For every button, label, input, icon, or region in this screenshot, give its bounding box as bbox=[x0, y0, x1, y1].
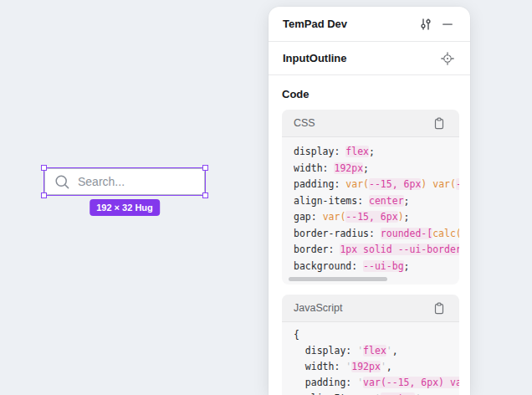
minimize-icon bbox=[442, 18, 453, 30]
copy-js-button[interactable] bbox=[428, 297, 450, 319]
code-line: border-radius: rounded-[calc(v bbox=[294, 226, 459, 243]
code-line: display: flex; bbox=[294, 144, 459, 161]
css-card-label: CSS bbox=[294, 117, 428, 129]
code-section: Code CSS display: flex;width: 192px;padd… bbox=[269, 75, 470, 395]
js-card-label: JavaScript bbox=[294, 302, 428, 314]
component-name: InputOutline bbox=[283, 52, 437, 64]
code-line: gap: var(--15, 6px); bbox=[294, 209, 459, 226]
figma-canvas: { "canvas": { "search_placeholder": "Sea… bbox=[0, 0, 532, 395]
search-placeholder-text: Search... bbox=[78, 175, 125, 188]
selection-handle-bottom-left[interactable] bbox=[41, 192, 47, 198]
minimize-button[interactable] bbox=[437, 13, 458, 35]
code-line: align-items: center; bbox=[294, 193, 459, 210]
selection-size-badge: 192 × 32 Hug bbox=[90, 199, 160, 216]
selection-handle-bottom-right[interactable] bbox=[202, 192, 208, 198]
copy-css-button[interactable] bbox=[428, 112, 450, 134]
code-line: width: '192px', bbox=[294, 359, 459, 375]
code-line: background: --ui-bg; bbox=[294, 259, 459, 275]
code-line: width: 192px; bbox=[294, 161, 459, 177]
js-card-header: JavaScript bbox=[282, 295, 459, 322]
tempad-dev-plugin-panel: TemPad Dev InputOutline bbox=[269, 7, 470, 395]
settings-sliders-button[interactable] bbox=[415, 13, 437, 35]
plugin-title: TemPad Dev bbox=[283, 18, 415, 30]
search-input[interactable]: Search... bbox=[44, 168, 205, 195]
plugin-header: TemPad Dev bbox=[269, 7, 470, 42]
horizontal-scrollbar-thumb[interactable] bbox=[289, 277, 387, 281]
code-line: alignItems: 'center', bbox=[294, 391, 459, 395]
css-code-body[interactable]: display: flex;width: 192px;padding: var(… bbox=[282, 137, 459, 285]
sliders-icon bbox=[419, 18, 432, 31]
selection-handle-top-left[interactable] bbox=[41, 165, 47, 171]
copy-clipboard-icon bbox=[433, 117, 445, 130]
code-line: { bbox=[294, 327, 459, 343]
locate-component-button[interactable] bbox=[437, 48, 458, 69]
js-code-body[interactable]: { display: 'flex', width: '192px', paddi… bbox=[282, 322, 459, 395]
selection-handle-top-right[interactable] bbox=[202, 165, 208, 171]
code-line: padding: var(--15, 6px) var(-- bbox=[294, 177, 459, 193]
js-code-card: JavaScript { display: 'flex', width: '19… bbox=[282, 295, 459, 395]
search-input-component[interactable]: Search... bbox=[44, 168, 205, 195]
css-code-card: CSS display: flex;width: 192px;padding: … bbox=[282, 110, 459, 285]
code-section-label: Code bbox=[282, 87, 459, 101]
code-line: padding: 'var(--15, 6px) var bbox=[294, 375, 459, 391]
css-card-header: CSS bbox=[282, 110, 459, 137]
locate-target-icon bbox=[441, 52, 454, 65]
selected-component-row: InputOutline bbox=[269, 42, 470, 75]
code-line: display: 'flex', bbox=[294, 343, 459, 359]
search-icon bbox=[54, 174, 70, 190]
code-line: border: 1px solid --ui-border- bbox=[294, 242, 459, 259]
copy-clipboard-icon bbox=[433, 302, 445, 315]
